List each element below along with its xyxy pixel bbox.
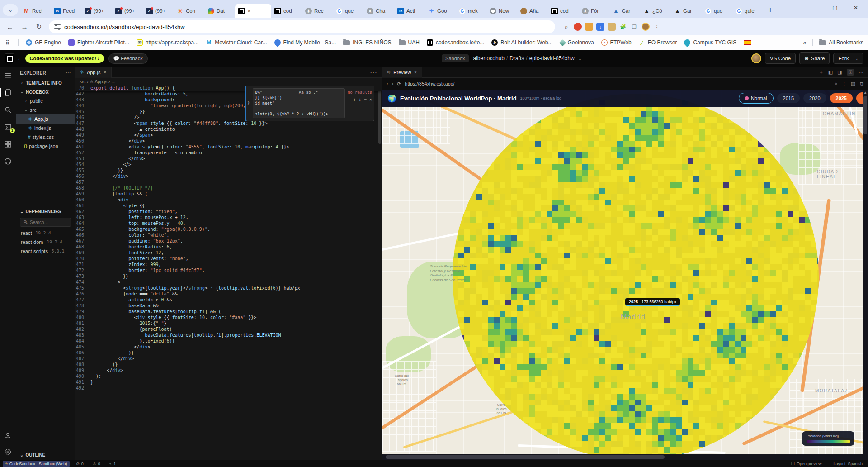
find-in-selection-icon[interactable]: ≡ xyxy=(364,96,367,102)
bookmark-item[interactable]: Campus TYC GIS xyxy=(684,39,736,46)
statusbar-item[interactable]: Layout: Spanish xyxy=(830,461,865,467)
downloads-icon[interactable]: ↓ xyxy=(596,23,604,31)
back-button[interactable]: ← xyxy=(4,20,16,33)
tree-item-styles-css[interactable]: #styles.css xyxy=(16,133,75,142)
dependency-search-input[interactable] xyxy=(30,220,61,225)
editor-tab-appjs[interactable]: ⚛App.js✕ xyxy=(75,67,112,78)
reload-button[interactable]: ↻ xyxy=(33,20,45,33)
editor-scrollbar[interactable] xyxy=(378,85,382,460)
tab[interactable]: Gque xyxy=(333,4,363,18)
tree-item-src[interactable]: ⌄src xyxy=(16,105,75,114)
share-button[interactable]: ⊕ Share xyxy=(799,52,830,64)
new-tab-button[interactable]: + xyxy=(764,4,777,16)
statusbar-item[interactable]: ⌁1 xyxy=(107,461,118,467)
project-breadcrumb[interactable]: albertocohub/Drafts/epic-david-854xhw ⌄ xyxy=(473,55,585,62)
code-area[interactable]: 70export default function App() { 442 bo… xyxy=(75,85,382,460)
tree-item-index-js[interactable]: ⚛index.js xyxy=(16,124,75,133)
statusbar-item[interactable]: ϟCodeSandbox · Sandbox (Web) xyxy=(3,461,70,467)
tab[interactable]: Aña xyxy=(517,4,548,18)
tab-close-icon[interactable]: ✕ xyxy=(247,9,251,14)
chevron-down-icon[interactable]: ⌄ xyxy=(17,56,21,61)
bookmark-item[interactable]: ◔FTPWeb xyxy=(601,39,632,46)
preview-url[interactable]: https://854xhw.csb.app/ xyxy=(405,81,455,86)
split-right-icon[interactable]: ◨ xyxy=(837,69,842,75)
url-text[interactable]: codesandbox.io/p/sandbox/epic-david-854x… xyxy=(64,24,185,30)
close-icon[interactable]: ✕ xyxy=(369,96,372,102)
chevron-down-icon[interactable]: ⌄ xyxy=(852,56,859,61)
bookmark-item[interactable]: bBolt AI builder: Web... xyxy=(491,39,552,46)
tab[interactable]: ✦Goo xyxy=(425,4,456,18)
editor-more-actions-icon[interactable]: ··· xyxy=(365,68,382,76)
extension-icon[interactable] xyxy=(608,23,616,31)
site-settings-icon[interactable] xyxy=(54,24,61,29)
statusbar-item[interactable]: ❐Open preview xyxy=(788,461,825,467)
tree-item-nodebox[interactable]: ⌄NODEBOX xyxy=(16,87,75,96)
tab[interactable]: ✓(99+ xyxy=(143,4,174,18)
bookmark-item[interactable]: UAH xyxy=(399,39,420,46)
tree-item-template-info[interactable]: ›TEMPLATE INFO xyxy=(16,78,75,87)
dependency-item[interactable]: react-dom19.2.4 xyxy=(16,238,75,247)
scroll-up-icon[interactable]: ▲ xyxy=(863,90,867,95)
map-canvas[interactable]: 🌍 Evolución Poblacional WorldPop · Madri… xyxy=(382,90,868,460)
bookmark-item[interactable]: Geoinnova xyxy=(560,39,594,46)
year-button-2015[interactable]: 2015 xyxy=(777,93,800,103)
tab[interactable]: Gmek xyxy=(456,4,486,18)
bookmark-item[interactable]: codesandbox.io/te... xyxy=(427,39,484,46)
lock-icon[interactable]: ⚿ xyxy=(847,69,854,76)
tab[interactable]: Dat xyxy=(204,4,235,18)
tab[interactable]: ✳Rec xyxy=(302,4,333,18)
previous-match-icon[interactable]: ↑ xyxy=(353,96,356,102)
statusbar-item[interactable]: ⚠0 xyxy=(90,461,103,467)
dependency-search[interactable]: 🔍︎ xyxy=(20,218,71,227)
find-option-aa[interactable]: Aa xyxy=(299,90,304,95)
zoom-icon[interactable]: ⌕ xyxy=(562,23,571,31)
search-icon[interactable] xyxy=(4,105,13,114)
tab[interactable]: ▲Gar xyxy=(671,4,702,18)
browser-menu-icon[interactable]: ⋮ xyxy=(653,23,661,31)
tree-item-package-json[interactable]: {}package.json xyxy=(16,142,75,151)
adblock-icon[interactable] xyxy=(574,23,582,31)
play-button-partial[interactable] xyxy=(856,92,863,104)
chevron-down-icon[interactable]: ⌄ xyxy=(578,55,582,62)
tab[interactable]: ✳Con xyxy=(174,4,204,18)
find-option-ab[interactable]: ab xyxy=(306,90,311,95)
preview-reload-icon[interactable]: ⟳ xyxy=(397,81,401,87)
minimize-button[interactable]: — xyxy=(804,0,825,15)
address-bar[interactable]: codesandbox.io/p/sandbox/epic-david-854x… xyxy=(49,20,555,33)
next-match-icon[interactable]: ↓ xyxy=(359,96,361,102)
preview-tab[interactable]: ≋Preview✕ xyxy=(382,67,422,78)
bookmark-item[interactable]: MMovistar Cloud: Car... xyxy=(206,39,267,46)
close-button[interactable]: ✕ xyxy=(845,0,866,15)
terminal-icon[interactable]: 1 xyxy=(4,122,13,131)
devtools-icon[interactable] xyxy=(4,139,13,148)
open-external-icon[interactable]: ⧉ xyxy=(860,81,863,87)
tab[interactable]: ✓(99+ xyxy=(112,4,143,18)
bookmark-item[interactable]: INGLES NIÑOS xyxy=(343,39,391,46)
split-left-icon[interactable]: ◧ xyxy=(828,69,833,75)
dependency-item[interactable]: react-scripts5.0.1 xyxy=(16,247,75,256)
more-actions-icon[interactable]: ··· xyxy=(66,71,71,76)
year-button-2025[interactable]: 2025 xyxy=(830,93,853,103)
tab[interactable]: Gquo xyxy=(702,4,732,18)
find-widget[interactable]: ❯ 0%" }} ${vbH}') id meet" slate(0, ${vb… xyxy=(245,86,374,121)
all-bookmarks-button[interactable]: All Bookmarks xyxy=(819,39,863,46)
codesandbox-logo-icon[interactable] xyxy=(5,53,14,63)
tab-search-button[interactable]: ⌄ xyxy=(3,4,18,16)
account-icon[interactable] xyxy=(4,431,13,440)
bookmarks-overflow-button[interactable]: » xyxy=(803,39,807,46)
expand-icon[interactable]: ❯ xyxy=(247,100,250,106)
preview-horizontal-scrollbar[interactable] xyxy=(382,454,863,460)
close-icon[interactable]: ✕ xyxy=(414,70,417,75)
side-panel-icon[interactable]: ❐ xyxy=(630,23,638,31)
puzzle-icon[interactable]: 🧩 xyxy=(619,23,627,31)
profile-avatar[interactable] xyxy=(642,23,650,31)
tab[interactable]: ▲Gar xyxy=(609,4,640,18)
preview-vertical-scrollbar[interactable]: ▲ xyxy=(863,90,868,460)
tab[interactable]: Gquie xyxy=(732,4,763,18)
bookmark-item[interactable]: ✉https://apps.rackspa... xyxy=(137,39,198,46)
tab[interactable]: ✳Cha xyxy=(363,4,394,18)
tab[interactable]: cod xyxy=(548,4,579,18)
user-avatar[interactable] xyxy=(751,53,761,63)
year-button-2020[interactable]: 2020 xyxy=(803,93,826,103)
editor-breadcrumb[interactable]: src › ⚛ App.js › … xyxy=(75,78,382,85)
